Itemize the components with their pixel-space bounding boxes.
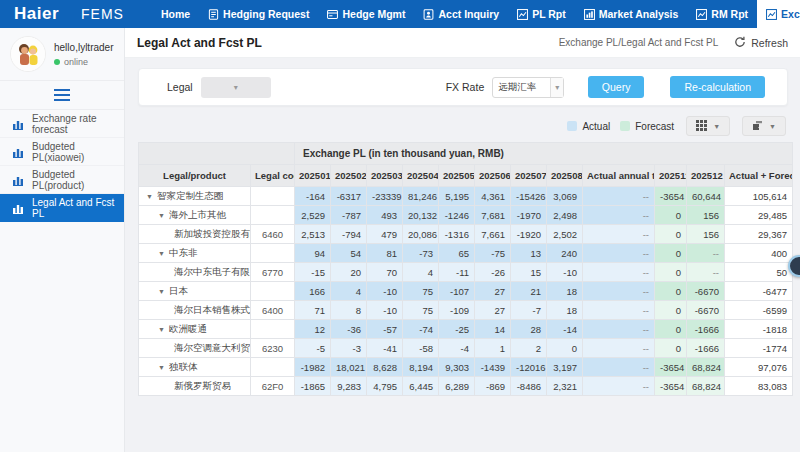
value-cell: -794	[331, 225, 367, 244]
value-cell: -1970	[511, 206, 547, 225]
hedging-request-icon	[208, 9, 219, 20]
expand-icon[interactable]: ▼	[158, 364, 165, 371]
nav-item-hedge-mgmt[interactable]: Hedge Mgmt	[318, 0, 414, 28]
column-header-202507: 202507	[511, 165, 547, 187]
legal-product-name: 新加坡投资控股有限公司	[174, 228, 251, 239]
column-header-actual-forecast: Actual + Forecast	[725, 165, 793, 187]
value-cell: -5	[295, 339, 331, 358]
column-header-202501: 202501	[295, 165, 331, 187]
value-cell: -26	[475, 263, 511, 282]
export-button[interactable]: ▼	[742, 116, 786, 136]
value-cell: -1439	[475, 358, 511, 377]
expand-icon[interactable]: ▼	[158, 288, 165, 295]
table-row: ▼海外上市其他2,529-78749320,132-12467,681-1970…	[139, 206, 793, 225]
sidebar-item-budgeted-pl-product[interactable]: Budgeted PL(product)	[0, 166, 124, 194]
query-button[interactable]: Query	[588, 76, 645, 98]
value-cell: 20,132	[403, 206, 439, 225]
table-row: ▼欧洲暖通12-36-57-74-251428-14--0-1666-1818	[139, 320, 793, 339]
value-cell: 240	[547, 244, 583, 263]
legal-product-cell: ▼智家定制生态圈	[139, 187, 251, 206]
nav-item-acct-inquiry[interactable]: Acct Inquiry	[414, 0, 508, 28]
value-cell: 75	[403, 282, 439, 301]
value-cell: 4,361	[475, 187, 511, 206]
refresh-button[interactable]: Refresh	[734, 36, 788, 50]
value-cell: 0	[655, 225, 687, 244]
pl-table: Exchange PL (in ten thousand yuan, RMB)L…	[138, 142, 793, 396]
fx-rate-select[interactable]: 远期汇率 ▾	[492, 77, 564, 98]
bar-chart-icon	[12, 146, 24, 158]
nav-item-label: Exchange PL	[781, 8, 800, 20]
value-cell: --	[583, 358, 655, 377]
top-nav: Haier FEMS HomeHedging RequestHedge Mgmt…	[0, 0, 800, 28]
nav-item-market-analysis[interactable]: Market Analysis	[575, 0, 688, 28]
table-row: 海尔中东电子有限公司6770-1520704-11-2615-10--0--50	[139, 263, 793, 282]
value-cell: -10	[367, 301, 403, 320]
value-cell: -57	[367, 320, 403, 339]
value-cell: -14	[547, 320, 583, 339]
main-area: Legal Act and Fcst PL Exchange PL/Legal …	[125, 28, 800, 452]
value-cell: 0	[655, 339, 687, 358]
value-cell: 20	[331, 263, 367, 282]
value-cell: 2,502	[547, 225, 583, 244]
column-header-202505: 202505	[439, 165, 475, 187]
value-cell: 18	[547, 301, 583, 320]
value-cell: -164	[295, 187, 331, 206]
value-cell: -1774	[725, 339, 793, 358]
legal-product-name: 海外上市其他	[169, 209, 226, 220]
value-cell: 8,628	[367, 358, 403, 377]
columns-grid-icon	[696, 119, 707, 134]
value-cell: 68,824	[687, 377, 725, 396]
table-row: ▼中东非945481-7365-7513240--0--400	[139, 244, 793, 263]
legal-product-cell: ▼独联体	[139, 358, 251, 377]
value-cell: 20,086	[403, 225, 439, 244]
sidebar-item-legal-act-and-fcst-pl[interactable]: Legal Act and Fcst PL	[0, 194, 124, 222]
sidebar-collapse-button[interactable]	[0, 81, 124, 110]
column-header-202504: 202504	[403, 165, 439, 187]
value-cell: 15	[511, 263, 547, 282]
sidebar-item-label: Legal Act and Fcst PL	[32, 197, 118, 219]
table-row: 海尔日本销售株式会社6400718-1075-10927-718--0-6670…	[139, 301, 793, 320]
value-cell: 0	[655, 301, 687, 320]
legal-label: Legal	[167, 81, 193, 93]
page-title: Legal Act and Fcst PL	[137, 36, 262, 50]
expand-icon[interactable]: ▼	[158, 212, 165, 219]
legal-select[interactable]: ▾	[201, 77, 271, 98]
sidebar-item-label: Budgeted PL(product)	[32, 169, 118, 191]
expand-icon[interactable]: ▼	[158, 326, 165, 333]
table-row: ▼日本1664-1075-107272118--0-6670-6477	[139, 282, 793, 301]
value-cell: 6,445	[403, 377, 439, 396]
recalculation-button[interactable]: Re-calculation	[670, 76, 765, 98]
expand-icon[interactable]: ▼	[146, 193, 153, 200]
expand-icon[interactable]: ▼	[158, 250, 165, 257]
nav-item-hedging-request[interactable]: Hedging Request	[199, 0, 318, 28]
value-cell: --	[583, 282, 655, 301]
columns-button[interactable]: ▼	[686, 116, 730, 136]
sidebar-item-exchange-rate-forecast[interactable]: Exchange rate forecast	[0, 110, 124, 138]
value-cell: 0	[655, 282, 687, 301]
value-cell: 105,614	[725, 187, 793, 206]
nav-item-pl-rpt[interactable]: PL Rpt	[508, 0, 575, 28]
nav-items: HomeHedging RequestHedge MgmtAcct Inquir…	[152, 0, 800, 28]
value-cell: -73	[403, 244, 439, 263]
value-cell: -10	[547, 263, 583, 282]
value-cell: 0	[655, 206, 687, 225]
nav-item-home[interactable]: Home	[152, 0, 199, 28]
chevron-down-icon: ▾	[234, 83, 238, 92]
value-cell: 14	[475, 320, 511, 339]
column-header-legal-product: Legal/product	[139, 165, 251, 187]
value-cell: --	[687, 244, 725, 263]
legal-code-cell: 6770	[251, 263, 295, 282]
value-cell: 83,083	[725, 377, 793, 396]
sidebar-item-budgeted-pl-xiaowei[interactable]: Budgeted PL(xiaowei)	[0, 138, 124, 166]
nav-item-exchange-pl[interactable]: Exchange PL	[757, 0, 800, 28]
value-cell: 94	[295, 244, 331, 263]
column-header-202506: 202506	[475, 165, 511, 187]
pl-rpt-icon	[517, 9, 528, 20]
column-header-202503: 202503	[367, 165, 403, 187]
exchange-pl-icon	[766, 9, 777, 20]
legal-product-name: 中东非	[169, 247, 198, 258]
value-cell: --	[583, 244, 655, 263]
value-cell: --	[583, 263, 655, 282]
value-cell: 156	[687, 225, 725, 244]
nav-item-rm-rpt[interactable]: RM Rpt	[687, 0, 757, 28]
